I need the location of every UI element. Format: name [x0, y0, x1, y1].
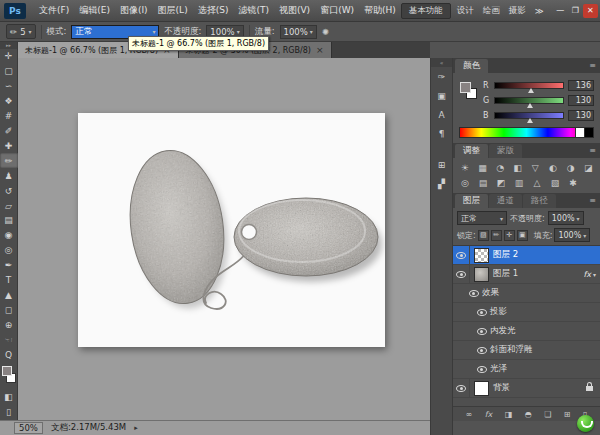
navigator-panel-icon[interactable]: ⊞	[431, 155, 453, 174]
visibility-toggle[interactable]	[465, 284, 482, 302]
tab-paths[interactable]: 路径	[523, 194, 556, 208]
character-panel-icon[interactable]: A	[431, 105, 453, 124]
invert-icon[interactable]: ◩	[493, 176, 509, 189]
workspace-overflow-icon[interactable]: ≫	[532, 6, 547, 16]
panel-menu-icon[interactable]: ≡	[589, 61, 596, 70]
menu-item-filter[interactable]: 滤镜(T)	[233, 4, 274, 17]
visibility-toggle[interactable]	[453, 246, 470, 264]
toolstrip-collapse-icon[interactable]: ▸▸	[0, 42, 17, 49]
hand-tool[interactable]: ☜	[0, 332, 18, 347]
brush-tool[interactable]: ✏	[0, 153, 18, 168]
link-layers-icon[interactable]: ∞	[465, 410, 472, 419]
menu-item-edit[interactable]: 编辑(E)	[74, 4, 115, 17]
tab-masks[interactable]: 蒙版	[489, 144, 522, 158]
document-canvas[interactable]	[78, 113, 385, 347]
new-layer-icon[interactable]: ⊞	[564, 410, 571, 419]
restore-button[interactable]: ❐	[568, 4, 583, 18]
type-tool[interactable]: T	[0, 273, 18, 288]
clone-source-panel-icon[interactable]: ▣	[431, 86, 453, 105]
tab-adjustments[interactable]: 调整	[455, 144, 488, 158]
posterize-icon[interactable]: ▥	[511, 176, 527, 189]
quick-mask-button[interactable]: ◧	[0, 390, 18, 405]
slider-thumb[interactable]	[527, 103, 533, 108]
eraser-tool[interactable]: ▱	[0, 198, 18, 213]
menu-item-window[interactable]: 窗口(W)	[315, 4, 359, 17]
visibility-toggle[interactable]	[473, 303, 490, 321]
quick-selection-tool[interactable]: ❖	[0, 94, 18, 109]
foreground-color-swatch[interactable]	[460, 82, 471, 93]
menu-item-layer[interactable]: 图层(L)	[153, 4, 193, 17]
panel-menu-icon[interactable]: ≡	[589, 146, 596, 155]
gradient-tool[interactable]: ▤	[0, 213, 18, 228]
visibility-toggle[interactable]	[473, 341, 490, 359]
layer-row-background[interactable]: 背景	[453, 379, 600, 398]
lock-transparent-pixels-icon[interactable]: ▨	[478, 230, 489, 241]
pen-tool[interactable]: ✒	[0, 258, 18, 273]
red-slider[interactable]	[494, 82, 565, 89]
color-balance-icon[interactable]: ◑	[563, 161, 579, 174]
layer-style-fx-badge[interactable]: fx	[583, 270, 593, 279]
slider-thumb[interactable]	[528, 88, 534, 93]
lock-position-icon[interactable]: ✛	[504, 230, 515, 241]
menu-item-help[interactable]: 帮助(H)	[359, 4, 401, 17]
vibrance-icon[interactable]: ▽	[528, 161, 544, 174]
blue-slider[interactable]	[494, 112, 565, 119]
clone-stamp-tool[interactable]: ♟	[0, 168, 18, 183]
rectangular-marquee-tool[interactable]: ▢	[0, 64, 18, 79]
exposure-icon[interactable]: ◧	[510, 161, 526, 174]
workspace-essentials-button[interactable]: 基本功能	[401, 3, 451, 19]
visibility-toggle[interactable]	[453, 265, 470, 283]
dodge-tool[interactable]: ◎	[0, 243, 18, 258]
brush-panel-icon[interactable]: ✑	[431, 67, 453, 86]
blue-value-field[interactable]: 130	[568, 110, 594, 121]
blur-tool[interactable]: ◉	[0, 228, 18, 243]
zoom-tool[interactable]: Q	[0, 347, 18, 362]
effects-row[interactable]: 效果	[453, 284, 600, 303]
menu-item-file[interactable]: 文件(F)	[34, 4, 74, 17]
panel-menu-icon[interactable]: ≡	[589, 196, 596, 205]
selective-color-icon[interactable]: ✱	[565, 176, 581, 189]
layer-group-icon[interactable]: ❏	[544, 410, 551, 419]
visibility-toggle[interactable]	[453, 379, 470, 397]
photo-filter-icon[interactable]: ◎	[457, 176, 473, 189]
white-swatch[interactable]	[575, 128, 584, 137]
move-tool[interactable]: ✛	[0, 49, 18, 64]
menu-item-image[interactable]: 图像(I)	[115, 4, 153, 17]
visibility-toggle[interactable]	[473, 322, 490, 340]
layer-thumbnail[interactable]	[474, 381, 489, 396]
lock-image-pixels-icon[interactable]: ✏	[491, 230, 502, 241]
expand-panels-icon[interactable]: «	[431, 58, 452, 67]
effect-row-bevel-emboss[interactable]: 斜面和浮雕	[453, 341, 600, 360]
layer-style-icon[interactable]: fx	[485, 410, 493, 419]
layer-row-layer-1[interactable]: 图层 1 fx ▾	[453, 265, 600, 284]
visibility-toggle[interactable]	[473, 360, 490, 378]
canvas-area[interactable]	[18, 58, 430, 420]
tab-channels[interactable]: 通道	[489, 194, 522, 208]
lock-all-icon[interactable]: ▣	[517, 230, 528, 241]
eyedropper-tool[interactable]: ✐	[0, 124, 18, 139]
path-selection-tool[interactable]: ▲	[0, 288, 18, 303]
adjustment-layer-icon[interactable]: ◓	[525, 410, 532, 419]
close-button[interactable]: ✕	[583, 4, 598, 18]
layer-opacity-dropdown[interactable]: 100% ▾	[548, 211, 584, 225]
notification-badge[interactable]	[577, 415, 594, 432]
zoom-level-field[interactable]: 50%	[14, 422, 43, 434]
menu-item-view[interactable]: 视图(V)	[274, 4, 315, 17]
minimize-button[interactable]: —	[553, 4, 568, 18]
lasso-tool[interactable]: ∽	[0, 79, 18, 94]
brush-preset-picker[interactable]: ✏ 5 ▾	[6, 24, 36, 39]
red-value-field[interactable]: 136	[568, 80, 594, 91]
workspace-design-button[interactable]: 设计	[454, 5, 477, 17]
close-tab-icon[interactable]: ×	[316, 45, 324, 55]
rectangle-tool[interactable]: ◻	[0, 302, 18, 317]
hue-saturation-icon[interactable]: ◐	[545, 161, 561, 174]
airbrush-icon[interactable]: ✺	[322, 27, 329, 37]
black-white-icon[interactable]: ◪	[580, 161, 596, 174]
spot-healing-brush-tool[interactable]: ✚	[0, 138, 18, 153]
brightness-contrast-icon[interactable]: ☀	[457, 161, 473, 174]
workspace-painting-button[interactable]: 绘画	[480, 5, 503, 17]
collapse-effects-icon[interactable]: ▾	[593, 271, 600, 278]
threshold-icon[interactable]: △	[529, 176, 545, 189]
green-slider[interactable]	[494, 97, 565, 104]
layer-row-layer-2[interactable]: 图层 2	[453, 246, 600, 265]
